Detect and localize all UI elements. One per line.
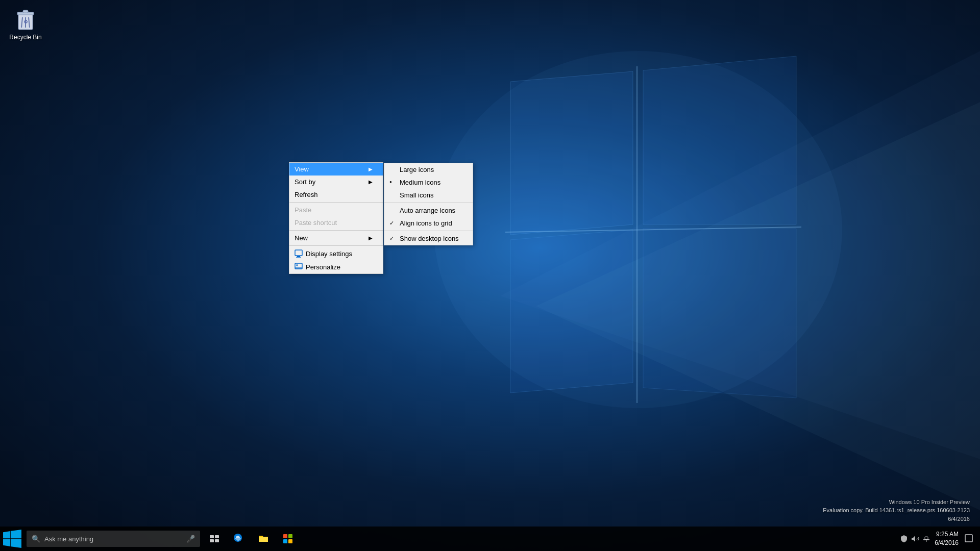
menu-divider-3 [289,245,383,246]
submenu-item-auto-arrange[interactable]: Auto arrange icons [384,204,473,217]
menu-item-view[interactable]: View ▶ [289,163,383,176]
clock-date: 6/4/2016 [935,539,959,547]
svg-text:♻: ♻ [23,19,28,24]
search-placeholder-text: Ask me anything [44,535,186,543]
svg-rect-30 [288,539,292,543]
arrow-icon: ▶ [369,166,373,172]
submenu-divider-2 [384,231,473,231]
recycle-bin-label: Recycle Bin [9,34,41,41]
system-tray [900,535,930,543]
file-explorer-icon [258,534,268,544]
submenu-item-show-desktop-icons[interactable]: ✓ Show desktop icons [384,232,473,245]
svg-rect-23 [210,535,214,538]
taskbar-search[interactable]: 🔍 Ask me anything 🎤 [27,531,200,547]
display-settings-icon [295,249,303,258]
microphone-icon[interactable]: 🎤 [186,535,195,543]
taskbar-right: 9:25 AM 6/4/2016 [900,530,980,547]
recycle-bin-svg: ♻ [13,7,38,32]
arrow-icon: ▶ [369,235,373,241]
check-icon: ✓ [389,235,398,242]
svg-rect-17 [295,250,302,256]
store-button[interactable] [276,527,300,551]
taskbar-clock[interactable]: 9:25 AM 6/4/2016 [930,530,963,547]
network-icon[interactable] [922,535,930,543]
submenu-item-align-icons[interactable]: ✓ Align icons to grid [384,217,473,230]
build-info: Windows 10 Pro Insider Preview Evaluatio… [823,498,970,523]
build-info-line3: 6/4/2016 [823,515,970,523]
check-placeholder [389,207,398,214]
task-view-icon [209,534,219,544]
task-view-button[interactable] [202,527,227,551]
edge-browser-button[interactable] [227,527,251,551]
windows-logo-icon [3,530,21,548]
bullet-icon: ● [389,179,398,186]
svg-point-22 [296,264,298,266]
menu-divider-1 [289,202,383,203]
submenu-item-small-icons[interactable]: Small icons [384,189,473,202]
svg-rect-29 [283,539,287,543]
build-info-line1: Windows 10 Pro Insider Preview [823,498,970,507]
store-icon [283,534,293,544]
notification-center-button[interactable] [963,534,975,544]
search-icon: 🔍 [32,535,40,543]
svg-rect-34 [965,535,972,542]
menu-item-display-settings[interactable]: Display settings [289,247,383,260]
context-menu: View ▶ Sort by ▶ Refresh Paste Paste sho… [289,162,383,274]
svg-rect-28 [288,534,292,538]
clock-time: 9:25 AM [935,530,959,539]
menu-item-personalize[interactable]: Personalize [289,260,383,273]
svg-rect-25 [210,539,214,542]
check-placeholder [389,192,398,199]
build-info-line2: Evaluation copy. Build 14361.rs1_release… [823,506,970,515]
security-icon[interactable] [900,535,908,543]
desktop[interactable]: ♻ Recycle Bin View ▶ Sort by ▶ Refresh P… [0,0,980,551]
check-icon: ✓ [389,220,398,227]
svg-rect-27 [283,534,287,538]
submenu-divider-1 [384,203,473,203]
menu-item-paste[interactable]: Paste [289,204,383,216]
notification-icon [965,534,973,542]
speaker-icon[interactable] [911,535,919,543]
personalize-icon [295,263,303,271]
svg-rect-21 [295,267,302,269]
file-explorer-button[interactable] [251,527,276,551]
menu-item-sort-by[interactable]: Sort by ▶ [289,176,383,188]
arrow-icon: ▶ [369,179,373,185]
menu-divider-2 [289,230,383,231]
svg-point-9 [434,51,842,408]
menu-item-paste-shortcut[interactable]: Paste shortcut [289,216,383,229]
submenu-item-large-icons[interactable]: Large icons [384,163,473,176]
recycle-bin-icon[interactable]: ♻ Recycle Bin [5,5,46,43]
menu-item-new[interactable]: New ▶ [289,232,383,244]
edge-icon [234,534,244,544]
submenu-item-medium-icons[interactable]: ● Medium icons [384,176,473,189]
svg-rect-15 [23,10,28,13]
svg-rect-24 [215,535,219,538]
check-placeholder [389,166,398,173]
view-submenu: Large icons ● Medium icons Small icons A… [384,163,473,245]
svg-rect-26 [215,539,219,542]
taskbar: 🔍 Ask me anything 🎤 [0,527,980,551]
start-button[interactable] [0,527,24,551]
menu-item-refresh[interactable]: Refresh [289,188,383,201]
